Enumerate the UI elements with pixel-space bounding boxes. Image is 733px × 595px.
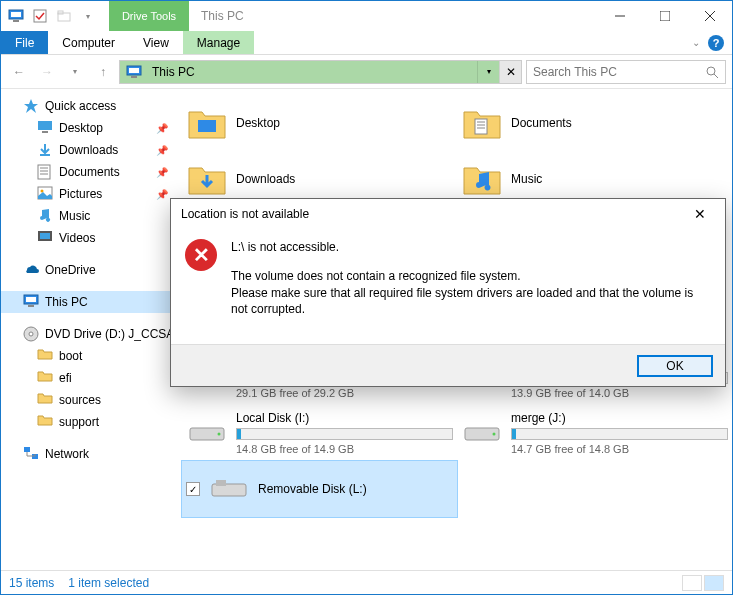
folder-downloads-icon [186,158,228,200]
svg-rect-25 [40,233,50,239]
svg-rect-37 [475,119,487,134]
maximize-button[interactable] [642,1,687,31]
sidebar-item-sources[interactable]: sources [1,389,176,411]
sidebar-label: This PC [45,295,88,309]
close-button[interactable] [687,1,732,31]
checkbox-qat-icon[interactable] [31,7,49,25]
item-label: Removable Disk (L:) [258,482,453,496]
sidebar-item-boot[interactable]: boot [1,345,176,367]
sidebar-item-pictures[interactable]: Pictures 📌 [1,183,176,205]
icons-view-button[interactable] [704,575,724,591]
manage-tab[interactable]: Manage [183,31,254,54]
svg-rect-2 [13,20,19,22]
sidebar-item-network[interactable]: Network [1,443,176,465]
sidebar-label: Music [59,209,90,223]
sidebar-item-support[interactable]: support [1,411,176,433]
desktop-icon [37,120,53,136]
dialog-heading: L:\ is not accessible. [231,239,707,256]
sidebar-label: support [59,415,99,429]
checkbox-icon[interactable]: ✓ [186,482,200,496]
address-text[interactable]: This PC [148,61,477,83]
item-sub: 29.1 GB free of 29.2 GB [236,387,453,399]
dialog-titlebar: Location is not available ✕ [171,199,725,229]
search-input[interactable] [533,65,705,79]
view-toggle [682,575,724,591]
up-button[interactable]: ↑ [91,60,115,84]
search-box[interactable] [526,60,726,84]
help-icon[interactable]: ? [708,35,724,51]
svg-rect-36 [198,120,216,132]
item-label: Desktop [236,116,453,130]
drive-icon [186,412,228,454]
sidebar-item-downloads[interactable]: Downloads 📌 [1,139,176,161]
sidebar-item-quick-access[interactable]: Quick access [1,95,176,117]
folder-documents-icon [461,102,503,144]
drive-item-l[interactable]: ✓ Removable Disk (L:) [182,461,457,517]
svg-rect-27 [26,297,36,302]
details-view-button[interactable] [682,575,702,591]
folder-desktop-icon [186,102,228,144]
svg-point-13 [707,67,715,75]
address-thispc-icon [120,61,148,83]
sidebar-label: sources [59,393,101,407]
sidebar-item-efi[interactable]: efi [1,367,176,389]
sidebar-label: Downloads [59,143,118,157]
address-dropdown-button[interactable]: ▾ [477,61,499,83]
ok-button[interactable]: OK [637,355,713,377]
usage-bar [511,428,728,440]
sidebar-item-onedrive[interactable]: OneDrive [1,259,176,281]
dialog-footer: OK [171,344,725,386]
new-folder-qat-icon[interactable] [55,7,73,25]
view-tab[interactable]: View [129,31,183,54]
sidebar-item-documents[interactable]: Documents 📌 [1,161,176,183]
videos-icon [37,230,53,246]
recent-locations-button[interactable]: ▾ [63,60,87,84]
sidebar-item-desktop[interactable]: Desktop 📌 [1,117,176,139]
item-sub: 13.9 GB free of 14.0 GB [511,387,728,399]
sidebar-item-videos[interactable]: Videos [1,227,176,249]
folder-icon [37,392,53,408]
search-icon[interactable] [705,65,719,79]
svg-rect-11 [129,68,139,73]
folder-music-icon [461,158,503,200]
svg-line-14 [714,74,718,78]
ribbon-expand-icon[interactable]: ⌄ [692,37,700,48]
sidebar-item-dvd[interactable]: DVD Drive (D:) J_CCSA [1,323,176,345]
star-icon [23,98,39,114]
minimize-button[interactable] [597,1,642,31]
dialog-title: Location is not available [181,207,309,221]
sidebar-item-music[interactable]: Music [1,205,176,227]
quick-access-toolbar: ▾ [1,1,103,31]
folder-item-documents[interactable]: Documents [457,95,732,151]
drive-item-i[interactable]: Local Disk (I:) 14.8 GB free of 14.9 GB [182,405,457,461]
dialog-close-button[interactable]: ✕ [685,202,715,226]
item-label: Local Disk (I:) [236,411,453,425]
svg-rect-50 [216,480,226,486]
pictures-icon [37,186,53,202]
address-bar[interactable]: This PC ▾ ✕ [119,60,522,84]
drive-item-j[interactable]: merge (J:) 14.7 GB free of 14.8 GB [457,405,732,461]
svg-rect-1 [11,12,21,17]
svg-rect-31 [24,447,30,452]
sidebar-label: Network [45,447,89,461]
folder-item-desktop[interactable]: Desktop [182,95,457,151]
ribbon-tabs: File Computer View Manage ⌄ ? [1,31,732,55]
onedrive-icon [23,262,39,278]
sidebar-label: Desktop [59,121,103,135]
file-tab[interactable]: File [1,31,48,54]
music-icon [37,208,53,224]
network-icon [23,446,39,462]
item-sub: 14.7 GB free of 14.8 GB [511,443,728,455]
navigation-pane: Quick access Desktop 📌 Downloads 📌 Docum… [1,89,176,570]
computer-tab[interactable]: Computer [48,31,129,54]
folder-icon [37,414,53,430]
sidebar-label: efi [59,371,72,385]
sidebar-item-thispc[interactable]: This PC [1,291,176,313]
back-button[interactable]: ← [7,60,31,84]
refresh-button[interactable]: ✕ [499,61,521,83]
qat-dropdown-icon[interactable]: ▾ [79,7,97,25]
forward-button[interactable]: → [35,60,59,84]
status-bar: 15 items 1 item selected [1,570,732,594]
svg-rect-15 [38,121,52,130]
error-dialog: Location is not available ✕ ✕ L:\ is not… [170,198,726,387]
